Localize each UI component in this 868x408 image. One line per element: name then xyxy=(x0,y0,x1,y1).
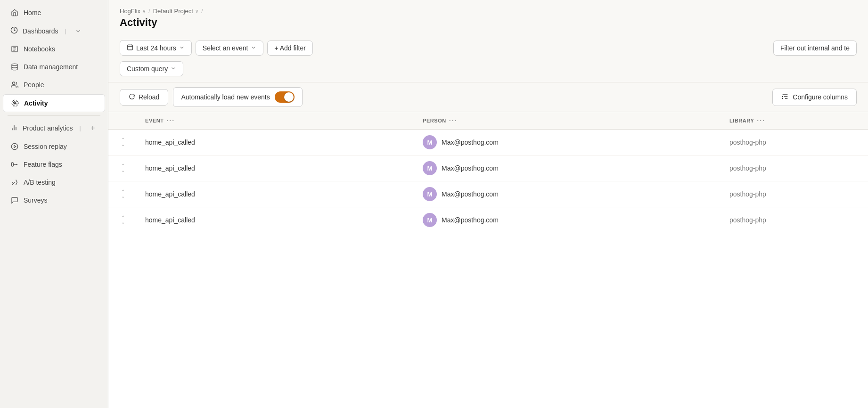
reload-button[interactable]: Reload xyxy=(120,89,168,106)
col-person-header: PERSON ··· xyxy=(415,112,722,130)
custom-query-chevron-icon xyxy=(171,65,176,73)
custom-query-label: Custom query xyxy=(127,65,168,73)
library-name: posthog-php xyxy=(729,216,766,224)
filter-out-label: Filter out internal and te xyxy=(780,44,850,52)
page-title: Activity xyxy=(120,16,857,29)
sidebar-item-label: A/B testing xyxy=(24,179,56,186)
time-filter-label: Last 24 hours xyxy=(136,44,176,52)
library-cell: posthog-php xyxy=(722,155,868,181)
sidebar-item-label: Home xyxy=(24,9,41,16)
svg-point-5 xyxy=(12,64,17,65)
event-cell: home_api_called xyxy=(138,130,415,155)
product-analytics-icon xyxy=(10,124,18,133)
breadcrumb: HogFlix ∨ / Default Project ∨ / xyxy=(120,8,857,15)
sidebar-item-data-management[interactable]: Data management xyxy=(3,58,105,75)
svg-point-8 xyxy=(13,101,17,105)
person-cell-container: M Max@posthog.com xyxy=(415,130,722,155)
library-name: posthog-php xyxy=(729,139,766,146)
expand-arrows-icon[interactable]: ⌃ ⌄ xyxy=(116,189,130,199)
time-filter-button[interactable]: Last 24 hours xyxy=(120,40,192,56)
person-email: Max@posthog.com xyxy=(442,139,499,146)
add-filter-label: + Add filter xyxy=(274,44,306,52)
sidebar-item-activity[interactable]: Activity xyxy=(3,94,105,112)
auto-load-label: Automatically load new events xyxy=(181,93,270,101)
event-name: home_api_called xyxy=(145,164,195,172)
library-name: posthog-php xyxy=(729,164,766,172)
event-col-label: EVENT xyxy=(145,118,164,123)
col-library-header: LIBRARY ··· xyxy=(722,112,868,130)
breadcrumb-org[interactable]: HogFlix ∨ xyxy=(120,8,146,15)
expand-arrows-icon[interactable]: ⌃ ⌄ xyxy=(116,138,130,147)
sidebar-item-feature-flags[interactable]: Feature flags xyxy=(3,156,105,173)
org-chevron-icon: ∨ xyxy=(142,8,146,14)
svg-point-24 xyxy=(782,96,784,97)
dashboards-expand-icon[interactable] xyxy=(75,28,82,34)
avatar: M xyxy=(423,135,437,149)
sidebar-item-home[interactable]: Home xyxy=(3,4,105,21)
sidebar-item-label: Product analytics xyxy=(23,124,73,132)
expand-cell: ⌃ ⌄ xyxy=(108,155,138,181)
avatar: M xyxy=(423,187,437,201)
sidebar-item-label: Session replay xyxy=(24,143,67,150)
sidebar-item-people[interactable]: People xyxy=(3,76,105,93)
auto-load-toggle[interactable] xyxy=(275,91,295,103)
sidebar-item-label: Data management xyxy=(24,63,78,71)
avatar: M xyxy=(423,213,437,227)
custom-query-button[interactable]: Custom query xyxy=(120,61,183,76)
sidebar-item-label: Feature flags xyxy=(24,161,62,168)
auto-load-container: Automatically load new events xyxy=(173,87,302,107)
person-cell-container: M Max@posthog.com xyxy=(415,155,722,181)
filter-out-button[interactable]: Filter out internal and te xyxy=(773,41,857,56)
ab-testing-icon xyxy=(10,178,19,187)
expand-cell: ⌃ ⌄ xyxy=(108,181,138,207)
events-table-container: EVENT ··· PERSON ··· LIBRARY ··· xyxy=(108,112,868,408)
project-name: Default Project xyxy=(153,8,193,15)
person-cell: M Max@posthog.com xyxy=(423,187,714,201)
main-content: HogFlix ∨ / Default Project ∨ / Activity xyxy=(108,0,868,408)
expand-arrows-icon[interactable]: ⌃ ⌄ xyxy=(116,215,130,225)
sidebar-item-product-analytics[interactable]: Product analytics | + xyxy=(3,119,105,137)
svg-point-13 xyxy=(11,143,17,149)
sidebar-item-surveys[interactable]: Surveys xyxy=(3,192,105,209)
table-row[interactable]: ⌃ ⌄ home_api_called M Max@posthog.com po… xyxy=(108,130,868,155)
actions-bar: Reload Automatically load new events Con… xyxy=(108,82,868,112)
person-cell: M Max@posthog.com xyxy=(423,213,714,227)
table-row[interactable]: ⌃ ⌄ home_api_called M Max@posthog.com po… xyxy=(108,155,868,181)
org-name: HogFlix xyxy=(120,8,140,15)
table-row[interactable]: ⌃ ⌄ home_api_called M Max@posthog.com po… xyxy=(108,207,868,233)
breadcrumb-project[interactable]: Default Project ∨ xyxy=(153,8,198,15)
sidebar-divider xyxy=(8,115,100,116)
event-cell: home_api_called xyxy=(138,181,415,207)
sidebar-item-notebooks[interactable]: Notebooks xyxy=(3,41,105,57)
add-filter-button[interactable]: + Add filter xyxy=(267,41,313,56)
toggle-knob xyxy=(284,92,294,102)
sidebar-item-session-replay[interactable]: Session replay xyxy=(3,138,105,155)
svg-point-25 xyxy=(782,98,784,99)
feature-flags-icon xyxy=(10,160,19,169)
person-col-options-icon[interactable]: ··· xyxy=(449,117,458,124)
sidebar-item-ab-testing[interactable]: A/B testing xyxy=(3,174,105,191)
sidebar-item-label: Notebooks xyxy=(24,45,55,53)
person-email: Max@posthog.com xyxy=(442,216,499,224)
library-cell: posthog-php xyxy=(722,130,868,155)
library-name: posthog-php xyxy=(729,190,766,198)
configure-columns-button[interactable]: Configure columns xyxy=(772,89,857,106)
table-row[interactable]: ⌃ ⌄ home_api_called M Max@posthog.com po… xyxy=(108,181,868,207)
toolbar: Last 24 hours Select an event + Add filt… xyxy=(108,34,868,82)
page-header: HogFlix ∨ / Default Project ∨ / Activity xyxy=(108,0,868,34)
table-header-row: EVENT ··· PERSON ··· LIBRARY ··· xyxy=(108,112,868,130)
svg-rect-15 xyxy=(11,163,13,166)
product-analytics-add-icon[interactable]: + xyxy=(88,123,98,133)
avatar: M xyxy=(423,161,437,175)
event-filter-button[interactable]: Select an event xyxy=(196,41,264,56)
sidebar-item-label: Dashboards xyxy=(23,27,58,35)
sidebar-item-dashboards[interactable]: Dashboards | xyxy=(3,22,105,40)
event-name: home_api_called xyxy=(145,139,195,146)
events-table: EVENT ··· PERSON ··· LIBRARY ··· xyxy=(108,112,868,233)
session-replay-icon xyxy=(10,142,19,151)
divider-line: | xyxy=(80,125,81,131)
event-col-options-icon[interactable]: ··· xyxy=(166,117,175,124)
expand-arrows-icon[interactable]: ⌃ ⌄ xyxy=(116,163,130,173)
col-expand-header xyxy=(108,112,138,130)
library-col-options-icon[interactable]: ··· xyxy=(757,117,765,124)
